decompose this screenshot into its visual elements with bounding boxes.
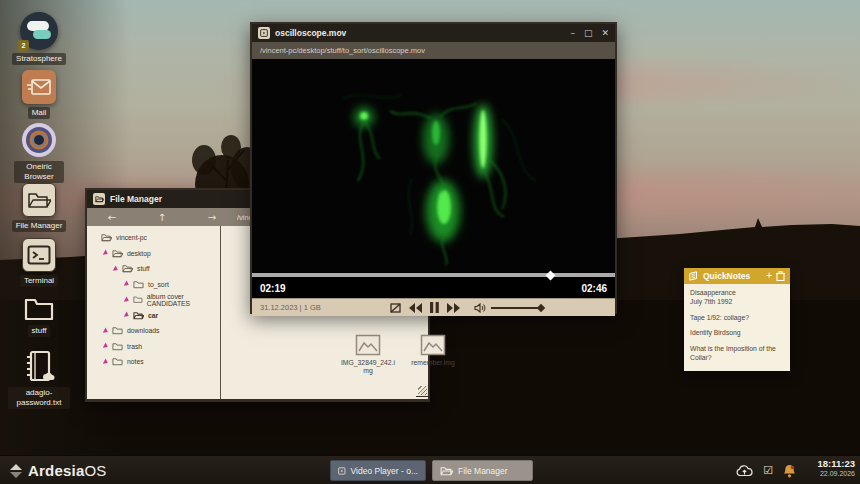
- folder-open-icon: [133, 311, 144, 320]
- note[interactable]: Disaapperance July 7tth 1992: [690, 289, 784, 307]
- expand-arrow-icon[interactable]: [124, 312, 130, 319]
- file-manager-icon: [22, 183, 56, 217]
- icon-label: File Manager: [12, 220, 67, 232]
- minimize-button[interactable]: –: [570, 28, 575, 38]
- desktop-icon-stratosphere[interactable]: 2 Stratosphere: [0, 12, 78, 65]
- clock-time: 18:11:23: [817, 459, 855, 470]
- tree-label: to_sort: [148, 281, 169, 288]
- quicknotes-header[interactable]: QuickNotes +: [684, 268, 790, 284]
- seek-bar[interactable]: [252, 272, 615, 278]
- total-duration: 02:46: [581, 283, 607, 294]
- desktop: 2 Stratosphere Mail Oneiric Browser: [0, 0, 860, 484]
- expand-arrow-icon[interactable]: [113, 265, 119, 272]
- os-menu-button[interactable]: ArdesiaOS: [10, 456, 107, 484]
- folder-icon: [440, 466, 453, 476]
- tree-item-stuff[interactable]: stuff: [87, 261, 220, 277]
- add-note-button[interactable]: +: [766, 271, 772, 281]
- taskbar-item-video-player[interactable]: Video Player - o...: [330, 460, 426, 481]
- note[interactable]: Tape 1/92: collage?: [690, 314, 784, 323]
- tree-label: downloads: [127, 327, 160, 334]
- folder-icon: [112, 357, 123, 366]
- oneiric-browser-icon: [21, 122, 57, 158]
- maximize-button[interactable]: □: [584, 28, 593, 38]
- tree-item-vincent-pc[interactable]: vincent-pc: [87, 230, 220, 246]
- video-player-titlebar[interactable]: oscilloscope.mov – □ ✕: [252, 24, 615, 42]
- note[interactable]: Identify Birdsong: [690, 329, 784, 338]
- resize-grip[interactable]: [416, 385, 428, 397]
- tree-item-desktop[interactable]: desktop: [87, 246, 220, 262]
- folder-icon: [112, 342, 123, 351]
- cloud-sync-icon[interactable]: [736, 465, 753, 477]
- stratosphere-icon: 2: [20, 12, 58, 50]
- tree-label: stuff: [137, 265, 150, 272]
- delete-note-icon[interactable]: [776, 271, 785, 281]
- speaker-icon[interactable]: [474, 303, 486, 313]
- desktop-icon-adagio-password[interactable]: adagio-password.txt: [0, 350, 78, 409]
- image-file-icon: [355, 334, 381, 356]
- rewind-icon[interactable]: [409, 303, 422, 313]
- expand-arrow-icon[interactable]: [103, 250, 109, 257]
- taskbar-item-label: Video Player - o...: [351, 466, 418, 476]
- notification-bell-icon[interactable]: [783, 464, 796, 478]
- tree-item-notes[interactable]: notes: [87, 354, 220, 370]
- desktop-icon-mail[interactable]: Mail: [0, 70, 78, 119]
- tasks-check-icon[interactable]: ☑: [763, 464, 773, 477]
- desktop-icon-oneiric-browser[interactable]: Oneiric Browser: [0, 122, 78, 183]
- video-file-icon: [258, 27, 270, 39]
- tree-item-trash[interactable]: trash: [87, 339, 220, 355]
- player-controls-bar: 31.12.2023 | 1 GB: [252, 298, 615, 316]
- tree-item-downloads[interactable]: downloads: [87, 323, 220, 339]
- tree-label: vincent-pc: [116, 234, 147, 241]
- clock-date: 22.09.2026: [817, 470, 855, 478]
- fullscreen-icon[interactable]: [390, 303, 401, 313]
- seek-track: [252, 273, 615, 277]
- folder-icon: [133, 280, 144, 289]
- expand-arrow-icon[interactable]: [103, 343, 109, 350]
- desktop-icon-stuff[interactable]: stuff: [0, 296, 78, 337]
- quicknotes-body[interactable]: Disaapperance July 7tth 1992 Tape 1/92: …: [684, 284, 790, 371]
- tree-item-car[interactable]: car: [87, 308, 220, 324]
- volume-handle[interactable]: [537, 303, 545, 311]
- folder-open-icon: [122, 264, 133, 273]
- os-name: ArdesiaOS: [28, 462, 107, 479]
- folder-icon: [133, 295, 143, 304]
- tree-label: trash: [127, 343, 142, 350]
- expand-arrow-icon[interactable]: [103, 358, 109, 365]
- folder-open-icon: [112, 249, 123, 258]
- up-button[interactable]: ↑: [137, 212, 187, 223]
- notification-badge: 2: [18, 40, 29, 51]
- desktop-icon-file-manager[interactable]: File Manager: [0, 183, 78, 232]
- tree-item-to-sort[interactable]: to_sort: [87, 277, 220, 293]
- expand-arrow-icon[interactable]: [124, 281, 130, 288]
- pause-icon[interactable]: [430, 302, 439, 313]
- icon-label: Oneiric Browser: [14, 161, 64, 183]
- folder-open-icon: [101, 233, 112, 242]
- tree-item-album-cover-candidates[interactable]: album cover CANDIDATES: [87, 292, 220, 308]
- file-item[interactable]: IMG_32849_242.img: [336, 334, 400, 375]
- expand-arrow-icon[interactable]: [124, 296, 130, 303]
- taskbar-item-file-manager[interactable]: File Manager: [432, 460, 533, 481]
- note[interactable]: What is the Imposition of the Collar?: [690, 345, 784, 363]
- back-button[interactable]: ←: [87, 212, 137, 223]
- expand-arrow-icon: [92, 234, 98, 241]
- video-player-icon: [338, 465, 346, 477]
- icon-label: stuff: [28, 325, 51, 337]
- close-button[interactable]: ✕: [601, 28, 609, 38]
- folder-icon: [93, 193, 105, 205]
- forward-button[interactable]: →: [187, 212, 237, 223]
- tree-label: desktop: [127, 250, 151, 257]
- volume-slider[interactable]: [491, 307, 544, 309]
- window-title: oscilloscope.mov: [275, 28, 565, 38]
- image-file-icon: [420, 334, 446, 356]
- taskbar-item-label: File Manager: [458, 466, 508, 476]
- folder-icon: [112, 326, 123, 335]
- widget-title: QuickNotes: [703, 271, 762, 281]
- video-canvas[interactable]: [252, 59, 615, 272]
- icon-label: adagio-password.txt: [8, 387, 70, 409]
- file-item[interactable]: remember.img: [401, 334, 465, 367]
- video-path-bar: /vincent-pc/desktop/stuff/to_sort/oscill…: [252, 42, 615, 59]
- fast-forward-icon[interactable]: [447, 303, 460, 313]
- expand-arrow-icon[interactable]: [103, 327, 109, 334]
- clock[interactable]: 18:11:23 22.09.2026: [817, 459, 855, 478]
- desktop-icon-terminal[interactable]: Terminal: [0, 238, 78, 287]
